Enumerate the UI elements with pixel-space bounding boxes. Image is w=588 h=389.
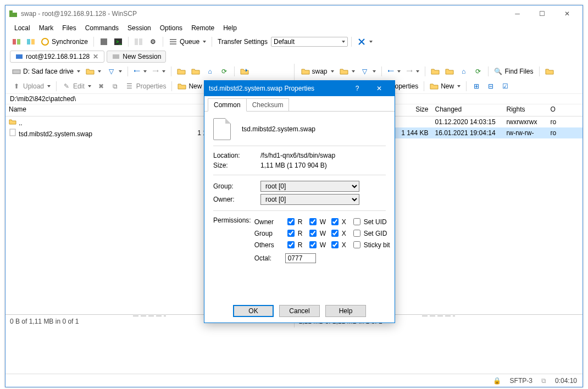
menu-local[interactable]: Local (11, 23, 34, 33)
local-forward-button[interactable]: ⭢ (150, 66, 168, 76)
remote-folder-combo[interactable]: swap (299, 66, 336, 77)
tab-checksum[interactable]: Checksum (246, 98, 290, 111)
terminal-button[interactable]: >_ (112, 36, 125, 47)
new-session-label: New Session (123, 53, 161, 60)
menu-commands[interactable]: Commands (82, 23, 122, 33)
local-up-button[interactable] (175, 66, 188, 77)
local-open-folder-button[interactable] (84, 66, 103, 77)
svg-rect-13 (170, 43, 176, 45)
perm-owner-x[interactable]: X (329, 216, 351, 227)
local-edit-button[interactable]: ✎Edit (60, 81, 93, 92)
session-tab-active[interactable]: root@192.168.91.128 ✕ (10, 51, 104, 63)
perm-setuid[interactable]: Set UID (351, 216, 395, 227)
local-back-button[interactable]: ⭠ (131, 66, 149, 76)
local-bookmark-button[interactable] (238, 66, 251, 77)
session-close-icon[interactable]: ✕ (92, 53, 99, 60)
remote-home-button[interactable]: ⌂ (457, 66, 470, 77)
owner-label: Owner: (213, 196, 257, 203)
tab-common[interactable]: Common (208, 98, 247, 112)
perm-group-x[interactable]: X (329, 228, 351, 238)
plus-button[interactable]: ⊞ (470, 81, 483, 92)
settings-button[interactable]: ⚙ (146, 36, 159, 47)
queue-button[interactable]: Queue (167, 36, 208, 47)
menu-remote[interactable]: Remote (188, 23, 218, 33)
svg-rect-16 (13, 70, 20, 74)
remote-refresh-button[interactable]: ⟳ (471, 66, 485, 77)
local-delete-button[interactable]: ✖ (95, 81, 108, 92)
size-value: 1,11 MB (1 170 904 B) (260, 162, 327, 169)
compare-button[interactable] (132, 36, 145, 47)
svg-rect-5 (31, 39, 35, 45)
local-copy-button[interactable]: ⧉ (109, 81, 122, 92)
minus-button[interactable]: ⊟ (484, 81, 497, 92)
local-properties-button[interactable]: ☰Properties (123, 81, 169, 92)
remote-root-button[interactable] (443, 66, 456, 77)
remote-forward-button[interactable]: ⭢ (404, 66, 421, 76)
menu-help[interactable]: Help (220, 23, 240, 33)
title-text: swap - root@192.168.91.128 - WinSCP (21, 10, 505, 18)
new-session-icon (112, 52, 120, 61)
svg-rect-9 (135, 38, 138, 45)
perm-owner-w[interactable]: W (307, 216, 329, 227)
dialog-close-button[interactable]: ✕ (368, 81, 390, 96)
ok-button[interactable]: OK (233, 305, 274, 317)
perm-group-r[interactable]: R (285, 228, 307, 238)
folder-icon (301, 67, 310, 76)
perm-owner-r[interactable]: R (285, 216, 307, 227)
svg-text:>_: >_ (116, 39, 122, 45)
local-drive-combo[interactable]: D: Sad face drive (10, 66, 82, 77)
disconnect-button[interactable] (355, 36, 375, 47)
dialog-title: tsd.mibstd2.system.swap Properties (209, 85, 314, 92)
perm-others-x[interactable]: X (329, 240, 351, 250)
cancel-button[interactable]: Cancel (279, 305, 320, 317)
location-value: /fs/hd1-qnx6/tsd/bin/swap (260, 152, 335, 159)
maximize-button[interactable]: ☐ (530, 6, 554, 21)
minimize-button[interactable]: ─ (505, 6, 530, 21)
remote-bookmark-button[interactable] (543, 66, 556, 77)
remote-back-button[interactable]: ⭠ (385, 66, 403, 76)
sync-button[interactable] (24, 36, 37, 47)
upload-button[interactable]: ⬆Upload (10, 81, 53, 92)
perm-others-r[interactable]: R (285, 240, 307, 250)
svg-rect-11 (170, 39, 176, 40)
remote-filter-button[interactable]: ▽ (358, 66, 378, 77)
octal-input[interactable] (285, 253, 316, 263)
menu-options[interactable]: Options (157, 23, 186, 33)
svg-rect-3 (17, 39, 20, 45)
properties-dialog: tsd.mibstd2.system.swap Properties ? ✕ C… (204, 80, 395, 323)
stats-icon: ⧉ (541, 377, 546, 385)
dialog-help-button[interactable]: ? (346, 81, 368, 96)
menu-mark[interactable]: Mark (36, 23, 57, 33)
menu-session[interactable]: Session (124, 23, 154, 33)
owner-combo[interactable]: root [0] (260, 194, 359, 205)
remote-open-folder-button[interactable] (337, 66, 357, 77)
svg-rect-15 (113, 54, 119, 59)
remote-up-button[interactable] (429, 66, 442, 77)
close-button[interactable]: ✕ (554, 6, 579, 21)
perm-others-w[interactable]: W (307, 240, 329, 250)
menu-files[interactable]: Files (59, 23, 79, 33)
local-filter-button[interactable]: ▽ (104, 66, 124, 77)
sync-browse-button[interactable] (10, 36, 23, 47)
synchronize-button[interactable]: Synchronize (38, 36, 90, 47)
dialog-titlebar: tsd.mibstd2.system.swap Properties ? ✕ (204, 81, 395, 96)
perm-group-w[interactable]: W (307, 228, 329, 238)
help-button[interactable]: Help (325, 305, 366, 317)
perm-sticky[interactable]: Sticky bit (351, 240, 395, 250)
toggle-button-1[interactable] (97, 36, 110, 47)
file-type-icon (213, 118, 231, 140)
local-refresh-button[interactable]: ⟳ (218, 66, 231, 77)
new-session-tab[interactable]: New Session (107, 51, 166, 63)
transfer-settings-combo[interactable]: Default (271, 37, 348, 47)
select-button[interactable]: ☑ (498, 81, 512, 92)
local-home-button[interactable]: ⌂ (203, 66, 217, 77)
remote-new-button[interactable]: New (428, 81, 463, 92)
session-tab-label: root@192.168.91.128 (26, 53, 90, 60)
local-root-button[interactable] (189, 66, 202, 77)
group-combo[interactable]: root [0] (260, 181, 359, 192)
svg-rect-1 (9, 10, 13, 13)
size-label: Size: (213, 162, 257, 169)
find-files-button[interactable]: 🔍Find Files (492, 66, 536, 77)
perm-setgid[interactable]: Set GID (351, 228, 395, 238)
octal-label: Octal: (254, 254, 282, 262)
